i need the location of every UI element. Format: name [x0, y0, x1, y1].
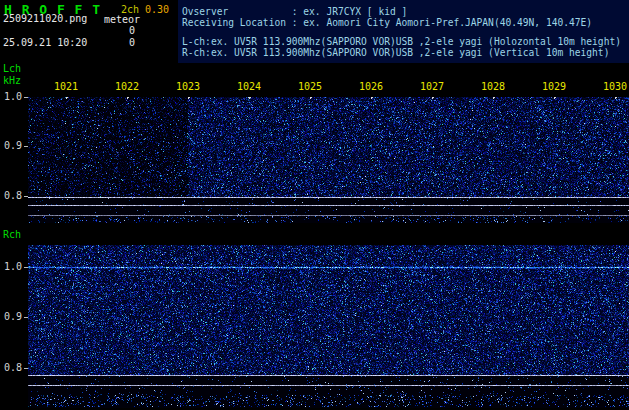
time-label: 1025 — [298, 82, 322, 92]
version-number: 0.30 — [145, 4, 169, 15]
time-label: 1024 — [237, 82, 261, 92]
freq-label: 0.8 — [0, 191, 22, 201]
time-label: 1028 — [481, 82, 505, 92]
khz-unit-label: kHz — [3, 76, 21, 86]
lch-label: Lch — [3, 64, 21, 74]
time-label: 1026 — [359, 82, 383, 92]
time-label: 1029 — [542, 82, 566, 92]
output-filename: 2509211020.png — [3, 14, 87, 24]
meteor-count-upper: 0 — [129, 26, 135, 36]
observer-line: Ovserver : ex. JR7CYX [ kid ] — [182, 7, 407, 17]
time-label: 1021 — [54, 82, 78, 92]
rch-label: Rch — [3, 230, 21, 240]
meteor-count-lower: 0 — [129, 38, 135, 48]
datetime-label: 25.09.21 10:20 — [3, 38, 87, 48]
freq-label: 0.9 — [0, 312, 22, 322]
freq-label: 0.8 — [0, 363, 22, 373]
location-line: Receiving Location : ex. Aomori City Aom… — [182, 18, 592, 28]
freq-label: 1.0 — [0, 92, 22, 102]
hrofft-output: Ovserver : ex. JR7CYX [ kid ] Receiving … — [0, 0, 629, 410]
meteor-mode-label: meteor — [104, 15, 140, 25]
rch-spectrogram — [28, 245, 629, 408]
time-label: 1022 — [115, 82, 139, 92]
rch-receiver-line: R-ch:ex. UV5R 113.900Mhz(SAPPORO VOR)USB… — [182, 48, 609, 58]
lch-spectrogram — [28, 97, 629, 223]
freq-label: 0.9 — [0, 141, 22, 151]
time-label: 1030 — [603, 82, 627, 92]
freq-label: 1.0 — [0, 262, 22, 272]
time-label: 1023 — [176, 82, 200, 92]
lch-receiver-line: L-ch:ex. UV5R 113.900Mhz(SAPPORO VOR)USB… — [182, 37, 621, 47]
station-info-panel: Ovserver : ex. JR7CYX [ kid ] Receiving … — [178, 0, 629, 63]
time-label: 1027 — [420, 82, 444, 92]
